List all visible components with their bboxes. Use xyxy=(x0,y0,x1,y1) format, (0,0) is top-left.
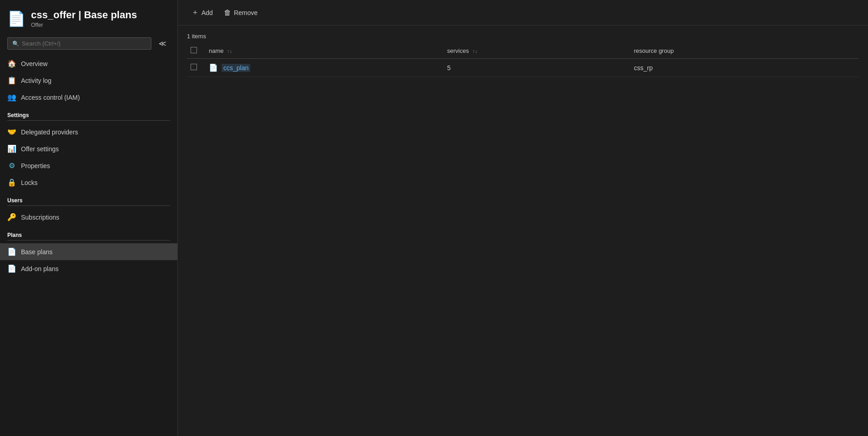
remove-icon: 🗑 xyxy=(224,9,231,17)
sidebar-item-delegated-providers-label: Delegated providers xyxy=(21,128,78,136)
search-input[interactable] xyxy=(22,40,146,47)
column-header-name[interactable]: name ↑↓ xyxy=(203,43,442,59)
header-text: css_offer | Base plans Offer xyxy=(31,9,137,28)
page-title: css_offer | Base plans xyxy=(31,9,137,21)
row-services-cell: 5 xyxy=(442,59,629,77)
access-control-icon: 👥 xyxy=(7,93,16,102)
sidebar-item-access-control[interactable]: 👥 Access control (IAM) xyxy=(0,89,177,106)
row-resource-group-cell: css_rp xyxy=(628,59,859,77)
settings-divider xyxy=(7,120,170,121)
sidebar-item-properties-label: Properties xyxy=(21,162,50,169)
column-resource-group-label: resource group xyxy=(634,47,673,54)
column-services-label: services xyxy=(447,47,469,54)
sidebar-item-subscriptions-label: Subscriptions xyxy=(21,214,59,221)
overview-icon: 🏠 xyxy=(7,59,16,68)
collapse-sidebar-button[interactable]: ≪ xyxy=(155,37,170,50)
nav-section: 🏠 Overview 📋 Activity log 👥 Access contr… xyxy=(0,53,177,427)
sidebar-item-activity-log-label: Activity log xyxy=(21,77,52,84)
sidebar-item-access-control-label: Access control (IAM) xyxy=(21,94,80,101)
subscriptions-icon: 🔑 xyxy=(7,213,16,221)
page-header-icon: 📄 xyxy=(7,10,26,27)
table-header-row: name ↑↓ services ↑↓ resource group xyxy=(187,43,859,59)
table-row: 📄 ccs_plan 5 css_rp xyxy=(187,59,859,77)
sidebar-item-locks[interactable]: 🔒 Locks xyxy=(0,174,177,191)
main-content: ＋ Add 🗑 Remove 1 items name ↑↓ xyxy=(178,0,868,436)
column-header-services[interactable]: services ↑↓ xyxy=(442,43,629,59)
remove-button-label: Remove xyxy=(234,9,258,16)
properties-icon: ⚙ xyxy=(7,161,16,170)
sidebar-item-locks-label: Locks xyxy=(21,179,38,186)
sidebar-item-overview-label: Overview xyxy=(21,60,47,67)
toolbar: ＋ Add 🗑 Remove xyxy=(178,0,868,26)
services-sort-icon: ↑↓ xyxy=(472,48,477,54)
row-checkbox[interactable] xyxy=(191,64,197,70)
sidebar-item-properties[interactable]: ⚙ Properties xyxy=(0,157,177,174)
column-header-resource-group: resource group xyxy=(628,43,859,59)
add-icon: ＋ xyxy=(191,8,199,17)
sidebar-item-base-plans-label: Base plans xyxy=(21,248,52,256)
sidebar-item-subscriptions[interactable]: 🔑 Subscriptions xyxy=(0,209,177,226)
add-button-label: Add xyxy=(202,9,213,16)
plan-icon: 📄 xyxy=(209,63,218,72)
column-name-label: name xyxy=(209,47,224,54)
locks-icon: 🔒 xyxy=(7,178,16,187)
sidebar-item-activity-log[interactable]: 📋 Activity log xyxy=(0,72,177,89)
add-button[interactable]: ＋ Add xyxy=(187,5,217,20)
data-table: name ↑↓ services ↑↓ resource group xyxy=(187,43,859,77)
plan-name-link[interactable]: ccs_plan xyxy=(222,64,250,72)
items-count: 1 items xyxy=(187,33,859,40)
activity-log-icon: 📋 xyxy=(7,76,16,85)
users-divider xyxy=(7,205,170,206)
sidebar-item-delegated-providers[interactable]: 🤝 Delegated providers xyxy=(0,123,177,140)
sidebar-item-offer-settings-label: Offer settings xyxy=(21,145,59,153)
name-sort-icon: ↑↓ xyxy=(227,48,232,54)
row-name-cell: 📄 ccs_plan xyxy=(203,59,442,77)
sidebar-item-offer-settings[interactable]: 📊 Offer settings xyxy=(0,140,177,157)
delegated-providers-icon: 🤝 xyxy=(7,128,16,136)
remove-button[interactable]: 🗑 Remove xyxy=(219,6,262,19)
select-all-checkbox[interactable] xyxy=(191,47,197,53)
page-subtitle: Offer xyxy=(31,22,137,28)
plan-name-cell: 📄 ccs_plan xyxy=(209,63,436,72)
sidebar-item-overview[interactable]: 🏠 Overview xyxy=(0,55,177,72)
users-section-label: Users xyxy=(0,191,177,205)
sidebar-item-add-on-plans[interactable]: 📄 Add-on plans xyxy=(0,260,177,277)
sidebar-item-base-plans[interactable]: 📄 Base plans xyxy=(0,243,177,260)
settings-section-label: Settings xyxy=(0,106,177,120)
table-area: 1 items name ↑↓ services ↑↓ r xyxy=(178,26,868,436)
page-header: 📄 css_offer | Base plans Offer xyxy=(0,0,177,34)
sidebar-item-add-on-plans-label: Add-on plans xyxy=(21,265,59,272)
plans-divider xyxy=(7,240,170,241)
row-checkbox-cell xyxy=(187,59,203,77)
header-checkbox-cell xyxy=(187,43,203,59)
add-on-plans-icon: 📄 xyxy=(7,264,16,273)
sidebar: 📄 css_offer | Base plans Offer 🔍 ≪ 🏠 Ove… xyxy=(0,0,178,436)
search-icon: 🔍 xyxy=(12,41,19,47)
offer-settings-icon: 📊 xyxy=(7,144,16,153)
plans-section-label: Plans xyxy=(0,226,177,240)
search-row: 🔍 ≪ xyxy=(0,34,177,53)
search-box[interactable]: 🔍 xyxy=(7,37,151,50)
base-plans-icon: 📄 xyxy=(7,247,16,256)
